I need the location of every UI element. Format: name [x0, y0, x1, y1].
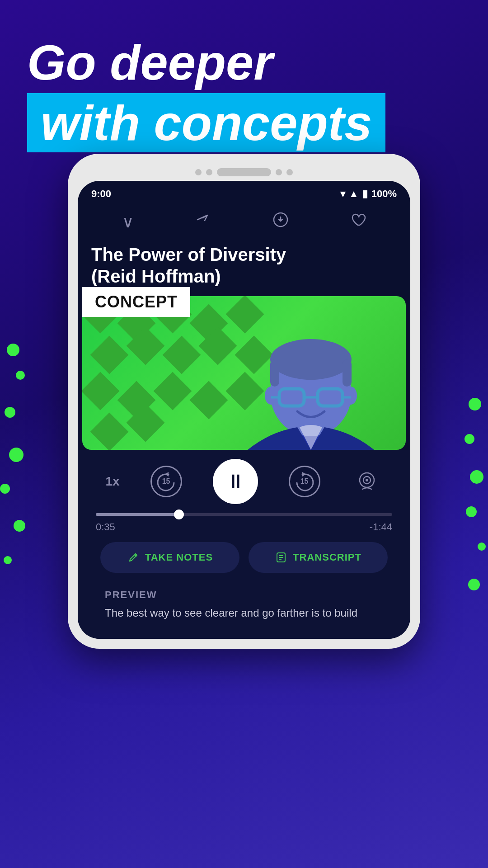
dot-7	[4, 556, 12, 564]
dot-5	[0, 484, 10, 494]
transcript-label: TRANSCRIPT	[293, 552, 361, 563]
camera-dot-1	[195, 169, 202, 175]
pause-button[interactable]: ⏸	[213, 459, 258, 504]
svg-point-8	[344, 387, 357, 405]
diamond-14	[190, 381, 228, 420]
svg-rect-6	[343, 359, 352, 387]
status-time: 9:00	[91, 188, 111, 200]
battery-percent: 100%	[371, 188, 397, 200]
phone-frame: 9:00 ▾ ▲ ▮ 100% ∨	[68, 154, 420, 649]
dot-9	[465, 434, 474, 444]
concept-image	[82, 296, 406, 450]
player-controls: 1x 15 ⏸	[91, 459, 397, 504]
time-current: 0:35	[96, 521, 115, 533]
camera-dot-2	[206, 169, 212, 175]
camera-dot-3	[276, 169, 282, 175]
wifi-icon: ▾	[340, 188, 345, 200]
battery-icon: ▮	[362, 188, 368, 200]
headline-line1: Go deeper	[27, 36, 461, 89]
action-buttons: TAKE NOTES TRANSCRIPT	[91, 533, 397, 580]
diamond-16	[90, 413, 129, 450]
dot-8	[469, 398, 481, 410]
forward-button[interactable]: 15	[286, 463, 323, 500]
svg-point-16	[366, 479, 368, 481]
heart-icon[interactable]	[350, 212, 366, 232]
take-notes-label: TAKE NOTES	[145, 552, 213, 563]
concept-badge: CONCEPT	[82, 287, 190, 317]
header-section: Go deeper with concepts	[0, 0, 488, 170]
diamond-11	[82, 372, 119, 410]
player-section: 1x 15 ⏸	[78, 450, 410, 639]
airplay-button[interactable]	[351, 466, 383, 497]
headline-line2: with concepts	[41, 95, 372, 151]
phone-camera-area	[78, 164, 410, 181]
share-icon[interactable]	[195, 212, 211, 232]
speaker-grill	[217, 168, 271, 176]
diamond-6	[90, 336, 129, 374]
person-illustration	[234, 310, 388, 450]
playback-speed[interactable]: 1x	[105, 474, 119, 489]
download-icon[interactable]	[272, 212, 289, 232]
signal-icon: ▲	[349, 188, 359, 200]
diamond-13	[154, 372, 192, 410]
phone-container: 9:00 ▾ ▲ ▮ 100% ∨	[68, 154, 420, 649]
dot-2	[16, 371, 25, 380]
time-labels: 0:35 -1:44	[96, 521, 392, 533]
chevron-down-icon[interactable]: ∨	[122, 212, 134, 231]
time-remaining: -1:44	[370, 521, 392, 533]
status-bar: 9:00 ▾ ▲ ▮ 100%	[78, 181, 410, 204]
transcript-button[interactable]: TRANSCRIPT	[249, 542, 388, 573]
rewind-button[interactable]: 15	[148, 463, 184, 500]
headline-highlight: with concepts	[27, 93, 385, 153]
camera-dot-4	[286, 169, 293, 175]
progress-area[interactable]: 0:35 -1:44	[91, 513, 397, 533]
progress-handle[interactable]	[174, 509, 184, 519]
dot-13	[468, 579, 480, 590]
progress-fill	[96, 513, 179, 516]
concept-card: CONCEPT	[82, 296, 406, 450]
dot-12	[478, 542, 486, 551]
svg-point-4	[270, 339, 352, 380]
pause-icon: ⏸	[225, 470, 245, 493]
status-icons: ▾ ▲ ▮ 100%	[340, 188, 397, 200]
preview-label: PREVIEW	[105, 589, 383, 601]
dot-11	[466, 506, 477, 517]
app-controls: ∨	[78, 204, 410, 239]
dot-10	[470, 470, 483, 484]
take-notes-button[interactable]: TAKE NOTES	[100, 542, 239, 573]
phone-screen: 9:00 ▾ ▲ ▮ 100% ∨	[78, 181, 410, 639]
diamond-8	[163, 336, 201, 374]
dot-6	[14, 520, 25, 532]
svg-point-7	[265, 387, 277, 405]
preview-section: PREVIEW The best way to see clearer and …	[91, 580, 397, 630]
svg-rect-5	[270, 359, 279, 387]
dot-3	[5, 407, 15, 418]
dot-1	[7, 344, 19, 356]
preview-text: The best way to see clearer and go farth…	[105, 605, 383, 621]
progress-bar[interactable]	[96, 513, 392, 516]
dot-4	[9, 448, 23, 462]
